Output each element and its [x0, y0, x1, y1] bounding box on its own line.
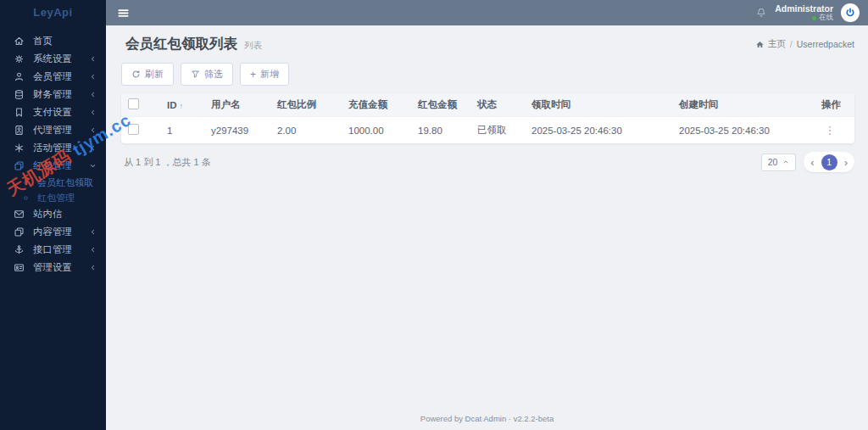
prev-page-button[interactable]: ‹ — [810, 157, 814, 168]
table-row: 1 y297439 2.00 1000.00 19.80 已领取 2025-03… — [121, 117, 854, 144]
sidebar-item-label: 会员红包领取 — [37, 176, 93, 189]
sidebar-item-system-settings[interactable]: 系统设置 — [0, 50, 106, 68]
sidebar-item-label: 会员管理 — [33, 70, 72, 83]
chevron-left-icon — [89, 91, 97, 98]
refresh-button[interactable]: 刷新 — [121, 63, 174, 86]
sidebar-item-members[interactable]: 会员管理 — [0, 68, 106, 86]
sidebar-item-label: 管理设置 — [33, 261, 72, 274]
user-menu[interactable]: Administrator 在线 — [775, 3, 833, 22]
home-icon — [13, 36, 25, 47]
page-subtitle: 列表 — [244, 40, 262, 52]
col-created-at: 创建时间 — [672, 93, 815, 117]
chevron-left-icon — [89, 55, 97, 63]
footer-separator: · — [509, 414, 511, 423]
col-status: 状态 — [470, 93, 525, 117]
anchor-icon — [13, 244, 25, 255]
id-badge-icon — [13, 125, 25, 136]
sidebar-item-redpacket[interactable]: 红包管理 — [0, 157, 106, 175]
col-recharge: 充值金额 — [342, 93, 411, 117]
sidebar-item-label: 内容管理 — [33, 226, 72, 238]
home-icon — [755, 40, 765, 49]
sort-asc-icon[interactable]: ↑ — [180, 102, 184, 110]
pagination: 20 ‹ 1 › — [761, 152, 854, 172]
sidebar-item-admin-settings[interactable]: 管理设置 — [0, 259, 106, 276]
col-id[interactable]: ID↑ — [160, 93, 204, 117]
sidebar-item-activities[interactable]: 活动管理 — [0, 139, 106, 157]
plus-icon: + — [250, 69, 256, 81]
bookmark-icon — [13, 107, 25, 118]
cell-collected-at: 2025-03-25 20:46:30 — [525, 117, 672, 144]
list-footer: 从 1 到 1 ，总共 1 条 20 ‹ 1 › — [116, 152, 854, 172]
sidebar: LeyApi 首页 系统设置 会员 — [0, 0, 106, 430]
select-all-checkbox[interactable] — [128, 98, 139, 109]
filter-button[interactable]: 筛选 — [181, 63, 233, 86]
refresh-icon — [131, 70, 141, 79]
gears-icon — [13, 53, 25, 64]
asterisk-icon — [13, 142, 25, 154]
powered-by-label: Powered by — [420, 414, 463, 423]
col-amount: 红包金额 — [411, 93, 470, 117]
col-ratio: 红包比例 — [270, 93, 342, 117]
cell-amount: 19.80 — [411, 117, 470, 144]
sidebar-item-agents[interactable]: 代理管理 — [0, 121, 106, 139]
version-label: v2.2.2-beta — [514, 414, 554, 423]
current-page-button[interactable]: 1 — [821, 154, 837, 170]
pager: ‹ 1 › — [804, 152, 854, 172]
content: 会员红包领取列表 列表 主页 / Userredpacket 刷新 — [106, 25, 868, 408]
sidebar-item-messages[interactable]: 站内信 — [0, 205, 106, 223]
sidebar-item-content[interactable]: 内容管理 — [0, 223, 106, 241]
col-actions: 操作 — [815, 93, 854, 117]
chevron-down-icon — [89, 162, 97, 170]
dcat-admin-link[interactable]: Dcat Admin — [465, 414, 507, 423]
top-navbar: Administrator 在线 — [106, 0, 868, 25]
chevron-left-icon — [89, 144, 97, 152]
add-button[interactable]: + 新增 — [240, 63, 289, 86]
breadcrumb-home-link[interactable]: 主页 — [755, 38, 786, 50]
page-header: 会员红包领取列表 列表 主页 / Userredpacket — [116, 35, 854, 53]
chevron-left-icon — [89, 126, 97, 134]
clone-icon — [13, 160, 25, 171]
user-icon — [13, 71, 25, 82]
sidebar-item-label: 红包管理 — [37, 192, 75, 204]
sidebar-item-label: 首页 — [33, 35, 53, 47]
sidebar-subitem-member-redpacket[interactable]: 会员红包领取 — [0, 175, 106, 190]
database-icon — [13, 89, 25, 100]
sidebar-item-label: 代理管理 — [33, 124, 72, 137]
per-page-select[interactable]: 20 — [761, 154, 797, 171]
envelope-icon — [13, 209, 25, 220]
caret-up-icon — [782, 159, 789, 165]
row-checkbox[interactable] — [128, 124, 139, 135]
sidebar-item-label: 活动管理 — [33, 142, 72, 154]
cell-id: 1 — [160, 117, 204, 144]
circle-icon — [20, 194, 31, 202]
avatar[interactable] — [841, 3, 860, 22]
sidebar-subitem-redpacket-manage[interactable]: 红包管理 — [0, 190, 106, 205]
cell-status: 已领取 — [470, 117, 525, 144]
breadcrumb-current: Userredpacket — [797, 39, 854, 49]
navbar-right: Administrator 在线 — [755, 3, 860, 22]
online-dot-icon — [812, 16, 816, 20]
sidebar-item-label: 站内信 — [33, 208, 63, 221]
sidebar-item-home[interactable]: 首页 — [0, 32, 106, 50]
next-page-button[interactable]: › — [844, 157, 848, 168]
more-actions-icon[interactable]: ⋮ — [821, 125, 838, 137]
select-all-header — [121, 93, 160, 117]
sidebar-menu: 首页 系统设置 会员管理 — [0, 25, 106, 283]
sidebar-item-payment[interactable]: 支付设置 — [0, 103, 106, 121]
data-table: ID↑ 用户名 红包比例 充值金额 红包金额 状态 领取时间 创建时间 操作 — [121, 93, 854, 143]
sidebar-item-finance[interactable]: 财务管理 — [0, 86, 106, 103]
cell-actions: ⋮ — [815, 117, 854, 144]
page-footer: Powered by Dcat Admin · v2.2.2-beta — [106, 408, 868, 430]
sidebar-item-label: 红包管理 — [33, 159, 72, 172]
user-status: 在线 — [812, 14, 833, 22]
page-title: 会员红包领取列表 — [125, 35, 237, 53]
circle-icon — [20, 179, 31, 187]
breadcrumb: 主页 / Userredpacket — [755, 38, 854, 50]
cell-username: y297439 — [204, 117, 270, 144]
table-header-row: ID↑ 用户名 红包比例 充值金额 红包金额 状态 领取时间 创建时间 操作 — [121, 93, 854, 117]
table-card: ID↑ 用户名 红包比例 充值金额 红包金额 状态 领取时间 创建时间 操作 — [121, 93, 854, 143]
bell-icon[interactable] — [755, 7, 767, 19]
sidebar-toggle-button[interactable] — [117, 7, 130, 20]
brand-logo[interactable]: LeyApi — [0, 0, 106, 25]
sidebar-item-api[interactable]: 接口管理 — [0, 241, 106, 259]
